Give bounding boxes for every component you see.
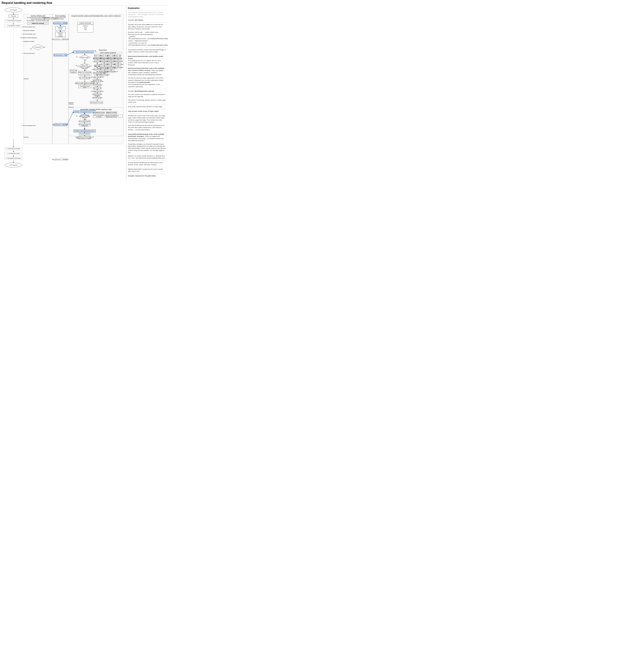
divider-3 xyxy=(128,54,166,54)
svg-text:KernelEvents::REQUEST: KernelEvents::REQUEST xyxy=(53,23,68,24)
svg-text:3. The kernel.controller event: 3. The kernel.controller event xyxy=(21,33,35,35)
svg-text:Drupal (Controller, MainConten: Drupal (Controller, MainContentViewSubsc… xyxy=(71,15,121,17)
svg-text:KernelEvents::CONTROLLER: KernelEvents::CONTROLLER xyxy=(52,38,69,40)
svg-text:2. Resolve the Controller: 2. Resolve the Controller xyxy=(22,30,35,31)
explanation-panel: Explanation Some parts are grayed out be… xyxy=(126,5,168,180)
svg-text:Initialize the corresponding: Initialize the corresponding xyxy=(78,72,91,73)
svg-text:No: No xyxy=(76,115,77,116)
svg-text:Symfony (HttpKernel): Symfony (HttpKernel) xyxy=(31,15,45,17)
svg-text:SingleFlush (core): SingleFlush (core) xyxy=(93,112,104,113)
svg-text:Generate 406: Generate 406 xyxy=(70,70,77,71)
svg-text:Update HTML to load final asse: Update HTML to load final assets, set xyxy=(75,136,94,138)
svg-text:Response: Response xyxy=(24,78,29,80)
svg-text:Transform placeholders to: Transform placeholders to xyxy=(105,115,118,116)
svg-text:Return placeholders: Return placeholders xyxy=(94,115,104,116)
svg-text:2. renderResponse(): 2. renderResponse() xyxy=(92,84,102,86)
page-wrapper: Request handling and rendering flow xyxy=(0,0,168,180)
svg-text:Call ::renderResponse(): Call ::renderResponse() xyxy=(79,77,91,79)
main-layout: HTTP request index.php 1. Create Request… xyxy=(0,5,168,180)
svg-text:Response: Response xyxy=(83,25,88,27)
svg-text:different types of Controller : different types of Controller return val… xyxy=(44,18,64,20)
svg-text:5. Calling the Controller: 5. Calling the Controller xyxy=(23,41,34,42)
explanation-section1: Typically, the format will be html, but … xyxy=(128,24,166,30)
explanation-section6c: The result of a built page display varia… xyxy=(128,99,166,103)
svg-text:...: ... xyxy=(120,115,121,116)
diagram-area: HTTP request index.php 1. Create Request… xyxy=(0,5,126,180)
svg-text:Response: Response xyxy=(71,72,76,73)
svg-text:$SELECT_PAGE_DISPLAY_VARIANT: $SELECT_PAGE_DISPLAY_VARIANT xyxy=(75,83,95,84)
svg-text:main content renderers: main content renderers xyxy=(100,52,116,54)
explanation-section10a: ChainedPlaceholderStrategy looks at the … xyxy=(128,133,166,142)
explanation-section7: hook_page_attachments() operates on #typ… xyxy=(128,106,166,108)
explanation-section10c: BigPipe is a contrib module during 8.0.x… xyxy=(128,155,166,159)
http-request-label: HTTP request xyxy=(10,9,17,11)
svg-text:Wrap in #type 'html': Wrap in #type 'html' xyxy=(93,87,102,89)
svg-text:BigPipe placeholders: BigPipe placeholders xyxy=(106,116,117,117)
divider-8 xyxy=(128,132,166,132)
svg-text:5. Call HttpKernel::terminate(: 5. Call HttpKernel::terminate() xyxy=(6,158,21,159)
svg-text:Set Response on Event: Set Response on Event xyxy=(91,102,102,103)
svg-text:Build page display: Build page display xyxy=(93,73,102,74)
svg-text:BigPipe (contrib): BigPipe (contrib) xyxy=(106,112,117,113)
svg-text:HTTP response: HTTP response xyxy=(9,165,17,166)
svg-text:No: No xyxy=(76,56,78,57)
svg-text:format = 'dialog': format = 'dialog' xyxy=(100,55,108,56)
svg-text:...: ... xyxy=(85,30,86,31)
svg-text:2. Call HttpKernel::handle(): 2. Call HttpKernel::handle() xyxy=(7,25,20,27)
svg-text:new AjaxResponse(): new AjaxResponse() xyxy=(113,61,123,62)
svg-text:Main content: Main content xyxy=(82,64,88,65)
svg-text:::processPlaceholders(): ::processPlaceholders() xyxy=(79,121,91,122)
svg-text:1. Create Request from globals: 1. Create Request from globals xyxy=(6,20,21,21)
svg-text:HtmlResponse: HtmlResponse xyxy=(81,125,88,127)
example-value-text: GET /admin. xyxy=(135,19,144,21)
explanation-section3: MainContentViewSubscriber only handles r… xyxy=(128,55,166,66)
svg-text:Add OpenModalDialogCmd: Add OpenModalDialogCmd xyxy=(104,71,118,72)
example-label-text: Example: xyxy=(128,19,135,21)
svg-text:Colored overlaid arrows: showi: Colored overlaid arrows: showing the flo… xyxy=(42,17,66,18)
svg-text:Yes: Yes xyxy=(30,48,32,50)
svg-text:4. Call Response::send(): 4. Call Response::send() xyxy=(7,153,20,154)
svg-text:document: document xyxy=(95,95,100,96)
divider-5 xyxy=(128,104,166,105)
svg-text:Event handling: Event handling xyxy=(55,15,66,17)
svg-text:attached?: attached? xyxy=(82,117,87,118)
explanation-heading: Explanation xyxy=(128,7,166,10)
svg-text:variant: variant xyxy=(96,74,99,75)
svg-text:format = 'modal': format = 'modal' xyxy=(107,55,115,56)
svg-text:format = 'ajax': format = 'ajax' xyxy=(114,55,121,56)
divider-1 xyxy=(128,22,166,23)
svg-text:Response: Response xyxy=(69,102,74,103)
svg-text:http_kernel/introduction.html: http_kernel/introduction.html xyxy=(31,19,45,20)
svg-text:hook_page_attachments(): hook_page_attachments() xyxy=(91,77,104,78)
divider-7 xyxy=(128,113,166,114)
explanation-section8: Only accepts render arrays of #type 'pag… xyxy=(128,110,166,112)
explanation-example-route: Example: /admin path → system.admin rout… xyxy=(128,31,166,46)
explanation-intro: Some parts are grayed out because they'r… xyxy=(128,11,166,18)
explanation-section12: BigPipe placeholders rendered at the end… xyxy=(128,168,166,172)
flow-diagram: HTTP request index.php 1. Create Request… xyxy=(1,6,126,171)
svg-text:Typical flow: Typical flow xyxy=(99,49,107,51)
svg-text:Response: Response xyxy=(69,103,74,105)
svg-text:unchanged: unchanged xyxy=(96,116,102,117)
svg-text:Negotiate: Negotiate xyxy=(58,27,63,28)
explanation-section13: Example: response for the path /admin. xyxy=(128,175,166,177)
svg-text:1. The kernel.request event: 1. The kernel.request event xyxy=(22,26,35,28)
svg-text:attached headers on response .: attached headers on response ... xyxy=(76,138,93,139)
divider-9 xyxy=(128,160,166,161)
svg-text:for more details — this shows : for more details — this shows the same s… xyxy=(27,20,49,21)
svg-text:and has placeholders: and has placeholders xyxy=(79,116,90,117)
svg-text:6. The kernel.view Event: 6. The kernel.view Event xyxy=(22,53,34,54)
svg-text:main content renderer: main content renderer xyxy=(79,74,90,75)
svg-text:Render placeholders: Render placeholders xyxy=(79,133,90,135)
explanation-section2: 'D\C\SystemController::systemAdminMenuBl… xyxy=(128,49,166,53)
svg-text:7. The kernel.response Event: 7. The kernel.response Event xyxy=(21,125,35,126)
svg-text:HtmlRes'AttachmentsProcessor: HtmlRes'AttachmentsProcessor xyxy=(75,130,95,132)
svg-text:AjaxRenderer: AjaxRenderer xyxy=(114,58,122,59)
svg-text:renderer for request: renderer for request xyxy=(80,66,89,67)
svg-text:Determine: Determine xyxy=(58,32,63,34)
divider-4 xyxy=(128,89,166,89)
svg-text:No: No xyxy=(76,65,77,66)
svg-text:Controller returns either:: Controller returns either: xyxy=(79,23,91,24)
svg-text:KernelEvents::VIEW: KernelEvents::VIEW xyxy=(54,54,67,56)
svg-text:HttpKernel::handle(): HttpKernel::handle() xyxy=(32,23,44,24)
